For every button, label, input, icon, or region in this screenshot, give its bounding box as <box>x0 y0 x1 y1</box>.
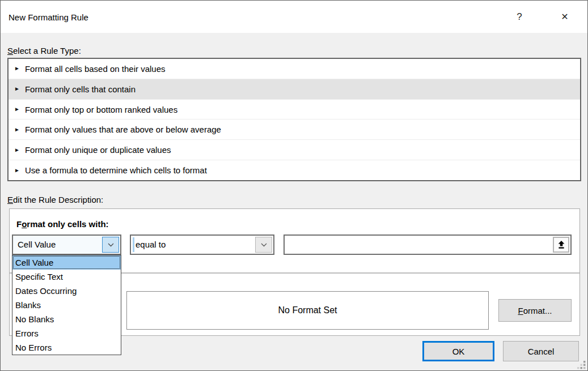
dropdown-option[interactable]: No Blanks <box>12 312 121 326</box>
dropdown-option[interactable]: Blanks <box>12 298 121 312</box>
dropdown-option[interactable]: Errors <box>12 326 121 340</box>
operator-combobox[interactable]: equal to <box>130 234 274 255</box>
format-only-cells-with-label: Format only cells with: <box>16 219 109 229</box>
cancel-button[interactable]: Cancel <box>503 341 579 361</box>
rule-type-item-label: Format only values that are above or bel… <box>25 125 221 134</box>
rule-type-item[interactable]: ►Use a formula to determine which cells … <box>9 160 580 180</box>
title-bar: New Formatting Rule ? ✕ <box>1 1 587 33</box>
operator-combobox-value: equal to <box>136 236 166 253</box>
collapse-dialog-button[interactable] <box>553 237 569 253</box>
rule-type-item[interactable]: ►Format only cells that contain <box>9 79 580 100</box>
dropdown-option[interactable]: No Errors <box>12 340 121 355</box>
rule-type-item-label: Format only unique or duplicate values <box>25 145 171 155</box>
rule-type-list: ►Format all cells based on their values►… <box>7 58 581 181</box>
rule-item-arrow-icon: ► <box>14 106 20 112</box>
chevron-down-icon <box>108 243 114 247</box>
close-icon: ✕ <box>561 12 568 22</box>
rule-item-arrow-icon: ► <box>14 127 20 133</box>
cell-value-combobox-value: Cell Value <box>18 236 56 253</box>
rule-item-arrow-icon: ► <box>14 147 20 153</box>
ok-button[interactable]: OK <box>422 341 494 361</box>
rule-item-arrow-icon: ► <box>14 168 20 173</box>
rule-item-arrow-icon: ► <box>14 86 20 92</box>
rule-type-item-label: Format all cells based on their values <box>25 64 166 74</box>
rule-type-item[interactable]: ►Format only top or bottom ranked values <box>9 100 580 120</box>
new-formatting-rule-dialog: New Formatting Rule ? ✕ Select a Rule Ty… <box>0 0 588 371</box>
rule-item-arrow-icon: ► <box>14 66 20 71</box>
text-caret <box>133 237 134 252</box>
cell-value-combobox[interactable]: Cell Value <box>12 234 121 255</box>
edit-rule-description-label: Edit the Rule Description: <box>7 195 103 204</box>
operator-dropdown-button[interactable] <box>255 237 272 253</box>
collapse-dialog-icon <box>557 241 565 249</box>
help-button[interactable]: ? <box>506 1 532 33</box>
format-button[interactable]: Format... <box>498 299 572 322</box>
value-input[interactable] <box>285 236 570 254</box>
value-input-wrap <box>284 234 572 255</box>
resize-grip[interactable] <box>577 360 586 369</box>
rule-type-item[interactable]: ►Format only values that are above or be… <box>9 120 580 140</box>
rule-type-item-label: Format only top or bottom ranked values <box>25 105 177 114</box>
chevron-down-icon <box>261 243 267 247</box>
rule-type-item[interactable]: ►Format only unique or duplicate values <box>9 140 580 160</box>
dropdown-option[interactable]: Specific Text <box>12 270 121 284</box>
dialog-title: New Formatting Rule <box>9 1 88 35</box>
dropdown-option[interactable]: Dates Occurring <box>12 284 121 298</box>
cell-value-dropdown-button[interactable] <box>102 237 119 253</box>
help-icon: ? <box>517 11 522 22</box>
select-rule-type-label: Select a Rule Type: <box>7 46 81 56</box>
format-preview-text: No Format Set <box>278 305 337 315</box>
close-button[interactable]: ✕ <box>552 1 578 33</box>
rule-type-item-label: Use a formula to determine which cells t… <box>25 165 207 175</box>
cell-value-dropdown: Cell ValueSpecific TextDates OccurringBl… <box>12 255 121 355</box>
format-preview: No Format Set <box>126 291 489 330</box>
rule-type-item-label: Format only cells that contain <box>25 84 136 94</box>
dropdown-option[interactable]: Cell Value <box>12 255 121 270</box>
rule-type-item[interactable]: ►Format all cells based on their values <box>9 59 580 79</box>
